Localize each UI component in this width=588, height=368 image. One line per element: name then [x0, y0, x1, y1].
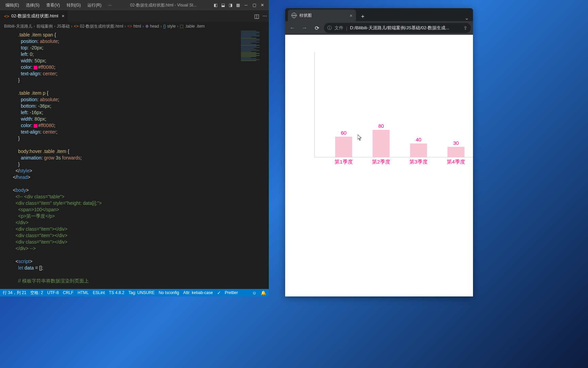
reload-icon[interactable]: ⟳ — [312, 23, 322, 33]
address-bar[interactable]: ⓘ 文件 | D:/Bilibili-天涯路儿/前端案例/JS基础/02-数据生… — [324, 23, 471, 33]
breadcrumb-item[interactable]: JS基础 — [57, 24, 70, 29]
split-editor-icon[interactable]: ◫ — [252, 12, 261, 20]
status-attr[interactable]: Attr: kebab-case — [183, 290, 213, 295]
site-info-icon[interactable]: ⓘ — [327, 25, 332, 31]
file-tab-label: 02-数据生成柱状图.html — [11, 13, 58, 19]
tabs-dropdown-icon[interactable]: ⌄ — [464, 15, 469, 21]
breadcrumb-item[interactable]: 02-数据生成柱状图.html — [80, 24, 123, 29]
status-spaces[interactable]: 空格: 2 — [30, 290, 43, 296]
breadcrumb-item[interactable]: head — [150, 24, 159, 29]
html-file-icon: <> — [74, 24, 79, 29]
bar-label: 第3季度 — [405, 159, 432, 165]
browser-tab-title: 柱状图 — [299, 13, 312, 18]
close-icon[interactable]: ✕ — [259, 1, 266, 9]
menu-view[interactable]: 查看(V) — [44, 2, 63, 8]
chart-bar: 80第2季度 — [373, 130, 390, 157]
address-url: D:/Bilibili-天涯路儿/前端案例/JS基础/02-数据生成... — [350, 25, 449, 31]
tab-close-icon[interactable]: × — [349, 13, 353, 18]
layout-sidebar-right-icon[interactable]: ◨ — [227, 2, 233, 8]
status-encoding[interactable]: UTF-8 — [47, 290, 59, 295]
tab-more-icon[interactable]: ··· — [261, 12, 269, 20]
status-eslint[interactable]: ESLint — [93, 290, 105, 295]
browser-window: 柱状图 × ＋ ⌄ ← → ⟳ ⓘ 文件 | D:/Bilibili-天涯路儿/… — [285, 8, 473, 296]
page-content: 60第1季度80第2季度40第3季度30第4季度 — [285, 35, 473, 296]
back-icon[interactable]: ← — [287, 23, 297, 33]
bar-value: 80 — [373, 123, 390, 129]
breadcrumb[interactable]: Bilibili-天涯路儿› 前端案例› JS基础› <> 02-数据生成柱状图… — [0, 22, 269, 30]
bar-value: 60 — [335, 130, 352, 136]
breadcrumb-item[interactable]: Bilibili-天涯路儿 — [4, 24, 32, 29]
layout-customize-icon[interactable]: ▦ — [235, 2, 241, 8]
status-prettier[interactable]: Prettier — [225, 290, 238, 295]
browser-tab-row: 柱状图 × ＋ ⌄ — [285, 8, 473, 21]
share-icon[interactable]: ⇪ — [463, 25, 468, 31]
bar-label: 第4季度 — [442, 159, 470, 165]
line-gutter — [0, 30, 3, 289]
title-bar: 编辑(E) 选择(S) 查看(V) 转到(G) 运行(R) ··· 02-数据生… — [0, 0, 269, 10]
vscode-window: 编辑(E) 选择(S) 查看(V) 转到(G) 运行(R) ··· 02-数据生… — [0, 0, 269, 296]
chart-bar: 60第1季度 — [335, 137, 352, 157]
menu-select[interactable]: 选择(S) — [23, 2, 42, 8]
feedback-icon[interactable]: ☺ — [252, 290, 257, 295]
window-controls: ─ ▢ ✕ — [242, 1, 266, 9]
file-tab[interactable]: <> 02-数据生成柱状图.html × — [0, 10, 68, 22]
breadcrumb-item[interactable]: .table .item — [185, 24, 205, 29]
bell-icon[interactable]: 🔔 — [261, 290, 266, 295]
tab-close-icon[interactable]: × — [62, 13, 64, 19]
status-cursor-pos[interactable]: 行 34，列 21 — [3, 290, 26, 296]
breadcrumb-item[interactable]: 前端案例 — [36, 24, 53, 29]
status-bar: 行 34，列 21 空格: 2 UTF-8 CRLF HTML ESLint T… — [0, 289, 269, 296]
globe-icon — [291, 13, 297, 18]
code-area[interactable]: .table .item span { position: absolute; … — [3, 30, 269, 289]
menu-more[interactable]: ··· — [105, 3, 114, 7]
chart-bar: 30第4季度 — [447, 147, 464, 157]
browser-tab[interactable]: 柱状图 × — [288, 10, 356, 21]
bar-label: 第1季度 — [330, 159, 358, 165]
status-tag[interactable]: Tag: UNSURE — [128, 290, 154, 295]
css-rule-icon: ⬚ — [180, 24, 183, 29]
address-scheme: 文件 — [334, 25, 343, 31]
minimap[interactable] — [239, 30, 269, 289]
new-tab-icon[interactable]: ＋ — [358, 12, 368, 21]
status-tsconfig[interactable]: No tsconfig — [159, 290, 179, 295]
status-ts[interactable]: TS 4.8.2 — [109, 290, 124, 295]
prettier-check-icon: ✓ — [217, 290, 221, 295]
menu-edit[interactable]: 编辑(E) — [3, 2, 22, 8]
html-tag-icon: <> — [127, 24, 132, 29]
tab-bar: <> 02-数据生成柱状图.html × ◫ ··· — [0, 10, 269, 22]
window-title: 02-数据生成柱状图.html - Visual St... — [116, 2, 211, 8]
layout-panel-icon[interactable]: ⬓ — [220, 2, 226, 8]
head-tag-icon: ⊕ — [145, 24, 149, 29]
browser-toolbar: ← → ⟳ ⓘ 文件 | D:/Bilibili-天涯路儿/前端案例/JS基础/… — [285, 21, 473, 35]
maximize-icon[interactable]: ▢ — [250, 1, 258, 9]
breadcrumb-item[interactable]: style — [167, 24, 176, 29]
bar-label: 第2季度 — [367, 159, 395, 165]
status-language[interactable]: HTML — [78, 290, 89, 295]
style-tag-icon: {} — [163, 24, 166, 29]
layout-sidebar-left-icon[interactable]: ◧ — [212, 2, 218, 8]
html-file-icon: <> — [4, 14, 9, 19]
bar-chart: 60第1季度80第2季度40第3季度30第4季度 — [314, 52, 473, 157]
editor[interactable]: .table .item span { position: absolute; … — [0, 30, 269, 289]
breadcrumb-item[interactable]: html — [133, 24, 141, 29]
chart-bar: 40第3季度 — [410, 143, 427, 157]
bar-value: 30 — [447, 140, 464, 146]
menu-go[interactable]: 转到(G) — [64, 2, 83, 8]
bar-value: 40 — [410, 137, 427, 142]
menu-run[interactable]: 运行(R) — [85, 2, 104, 8]
minimize-icon[interactable]: ─ — [242, 1, 250, 9]
status-eol[interactable]: CRLF — [63, 290, 74, 295]
forward-icon[interactable]: → — [299, 23, 310, 33]
